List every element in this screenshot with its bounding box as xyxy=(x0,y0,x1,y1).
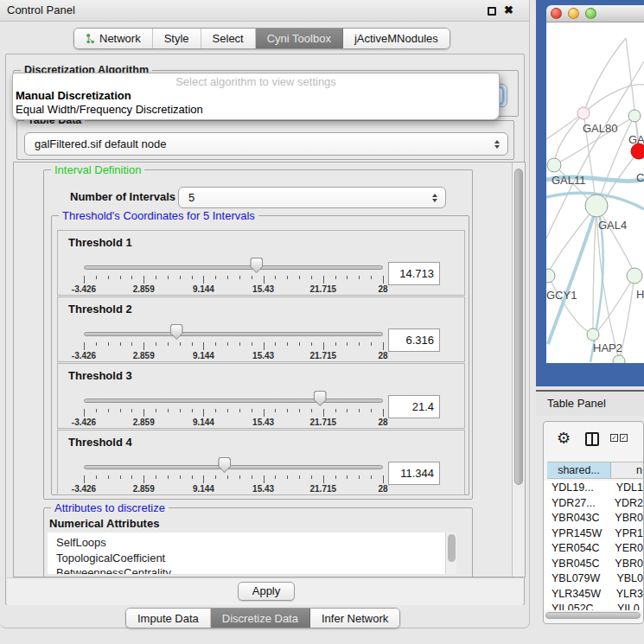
slider-handle[interactable] xyxy=(250,258,263,273)
network-window-titlebar xyxy=(546,5,644,22)
network-edge[interactable] xyxy=(593,206,596,329)
attribute-list-item[interactable]: BetweennessCentrality xyxy=(48,565,456,574)
minimize-traffic-light-icon[interactable] xyxy=(568,8,579,19)
table-data-combobox[interactable]: galFiltered.sif default node xyxy=(24,132,508,156)
slider-track[interactable] xyxy=(84,399,383,403)
slider-tick-labels: -3.4262.8599.14415.4321.71528 xyxy=(84,418,383,428)
network-node-label: HAP2 xyxy=(593,341,622,354)
network-canvas[interactable]: GAL80GACGAL11GAL4GCY1HHAP2 xyxy=(546,22,644,363)
threshold-row-4: Threshold 4-3.4262.8599.14415.4321.71528… xyxy=(57,430,465,495)
apply-button[interactable]: Apply xyxy=(238,582,295,601)
tab-network[interactable]: Network xyxy=(74,29,152,48)
table-panel-body: ⚙ ✓✓ shared...n YDL19...YDL1YDR27...YDR2… xyxy=(543,421,644,624)
tab-infer-network[interactable]: Infer Network xyxy=(309,609,399,628)
threshold-slider[interactable]: -3.4262.8599.14415.4321.71528 xyxy=(84,231,383,295)
algorithm-dropdown-popup: Select algorithm to view settings Manual… xyxy=(12,73,500,120)
column-header-n[interactable]: n xyxy=(611,462,643,478)
stepper-arrows-icon xyxy=(432,194,437,202)
tab-style[interactable]: Style xyxy=(152,29,201,48)
network-node[interactable] xyxy=(547,158,561,172)
table-header-row: shared...n xyxy=(547,462,643,479)
settings-scrollbar[interactable] xyxy=(512,163,525,577)
dropdown-option-equal-width-frequency-discretization[interactable]: Equal Width/Frequency Discretization xyxy=(13,103,499,117)
group-title: Interval Definition xyxy=(51,163,144,176)
slider-track[interactable] xyxy=(84,265,383,270)
settings-scrollbar-thumb[interactable] xyxy=(514,169,523,485)
table-cell: YBR045C xyxy=(544,557,605,572)
network-edge[interactable] xyxy=(549,206,596,271)
gear-icon[interactable]: ⚙ xyxy=(557,429,571,448)
show-columns-checkboxes-icon[interactable]: ✓✓ xyxy=(610,434,628,442)
stepper-arrows-icon xyxy=(494,140,500,149)
table-row[interactable]: YIL052CYIL0 xyxy=(544,602,643,610)
table-row[interactable]: YLR345WYLR3 xyxy=(544,587,643,603)
close-traffic-light-icon[interactable] xyxy=(551,8,562,19)
slider-handle-face xyxy=(251,258,262,272)
network-edge[interactable] xyxy=(546,115,581,139)
combobox-stepper[interactable] xyxy=(489,135,505,153)
table-rows: YDL19...YDL1YDR27...YDR2YBR043CYBR0YPR14… xyxy=(544,481,643,610)
attributes-group: Attributes to discretize Numerical Attri… xyxy=(43,507,473,579)
threshold-slider[interactable]: -3.4262.8599.14415.4321.71528 xyxy=(84,430,383,494)
zoom-traffic-light-icon[interactable] xyxy=(585,8,596,19)
table-cell: YDL1 xyxy=(607,481,643,496)
network-node[interactable] xyxy=(628,110,641,122)
tab-jactivemnodules[interactable]: jActiveMNodules xyxy=(342,29,450,48)
dropdown-option-manual-discretization[interactable]: Manual Discretization xyxy=(13,89,499,103)
table-cell: YBR043C xyxy=(544,511,605,526)
slider-handle[interactable] xyxy=(218,457,231,473)
slider-track[interactable] xyxy=(84,332,383,336)
dropdown-prompt: Select algorithm to view settings xyxy=(13,73,499,89)
table-cell: YDR27... xyxy=(544,496,605,512)
table-row[interactable]: YDL19...YDL1 xyxy=(544,481,643,496)
group-title: Attributes to discretize xyxy=(51,501,169,514)
threshold-rows: Threshold 1-3.4262.8599.14415.4321.71528… xyxy=(57,230,465,496)
threshold-value-field[interactable]: 11.344 xyxy=(388,462,440,485)
number-of-intervals-label: Number of Intervals xyxy=(70,186,175,207)
table-cell: YLR345W xyxy=(544,587,607,603)
threshold-value-field[interactable]: 6.316 xyxy=(388,328,440,352)
group-title: Threshold's Coordinates for 5 Intervals xyxy=(59,209,258,222)
network-node[interactable] xyxy=(613,355,625,363)
network-edge[interactable] xyxy=(605,151,639,200)
combobox-stepper[interactable] xyxy=(427,189,443,206)
threshold-value-field[interactable]: 14.713 xyxy=(388,262,440,285)
attribute-list-item[interactable]: TopologicalCoefficient xyxy=(48,551,456,566)
network-node[interactable] xyxy=(577,107,590,119)
list-scrollbar[interactable] xyxy=(445,532,456,574)
table-row[interactable]: YDR27...YDR2 xyxy=(544,496,643,512)
table-row[interactable]: YPR145WYPR1 xyxy=(544,526,643,542)
slider-handle[interactable] xyxy=(170,324,183,340)
threshold-value-field[interactable]: 21.4 xyxy=(388,395,440,418)
table-row[interactable]: YER054CYER0 xyxy=(544,541,643,557)
column-header-shared[interactable]: shared... xyxy=(547,462,611,478)
numerical-attributes-list[interactable]: SelfLoopsTopologicalCoefficientBetweenne… xyxy=(48,532,456,574)
list-scrollbar-thumb[interactable] xyxy=(448,534,456,562)
tab-label: jActiveMNodules xyxy=(354,32,438,45)
tab-select[interactable]: Select xyxy=(201,29,255,48)
network-node[interactable] xyxy=(587,328,599,341)
table-horizontal-scrollbar-thumb[interactable] xyxy=(545,612,641,619)
table-row[interactable]: YBL079WYBL0 xyxy=(544,571,643,587)
slider-handle[interactable] xyxy=(314,391,327,406)
network-node[interactable] xyxy=(585,194,608,217)
float-window-icon[interactable] xyxy=(488,7,496,16)
tab-cyni-toolbox[interactable]: Cyni Toolbox xyxy=(255,29,342,48)
network-node[interactable] xyxy=(627,268,642,284)
close-icon[interactable]: ✖ xyxy=(504,3,513,16)
network-node[interactable] xyxy=(546,269,555,283)
threshold-slider[interactable]: -3.4262.8599.14415.4321.71528 xyxy=(84,364,383,428)
table-row[interactable]: YBR045CYBR0 xyxy=(544,557,643,572)
number-of-intervals-combobox[interactable]: 5 xyxy=(178,187,446,208)
tab-label: Cyni Toolbox xyxy=(267,32,331,45)
slider-track[interactable] xyxy=(84,465,383,469)
tab-discretize-data[interactable]: Discretize Data xyxy=(210,609,309,628)
split-columns-icon[interactable] xyxy=(585,432,599,446)
table-toolbar: ⚙ ✓✓ xyxy=(544,422,643,460)
table-row[interactable]: YBR043CYBR0 xyxy=(544,511,643,526)
attribute-list-item[interactable]: SelfLoops xyxy=(48,535,456,551)
table-cell: YPR145W xyxy=(544,526,605,542)
tab-impute-data[interactable]: Impute Data xyxy=(126,609,210,628)
threshold-slider[interactable]: -3.4262.8599.14415.4321.71528 xyxy=(84,297,383,361)
slider-ticks xyxy=(84,276,383,284)
